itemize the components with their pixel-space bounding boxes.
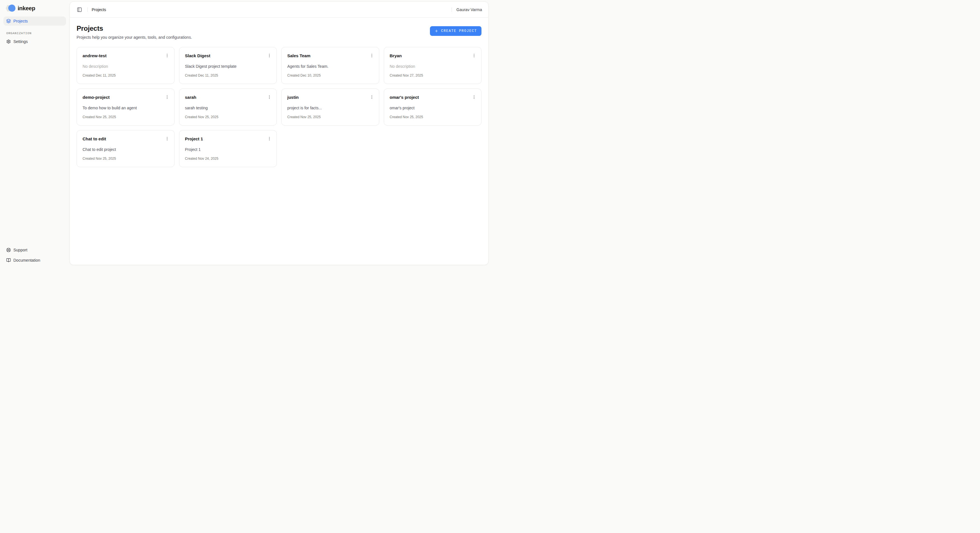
project-name: Bryan <box>390 53 402 59</box>
project-card-top: Project 1 <box>185 136 271 142</box>
project-name: Chat to edit <box>83 136 106 142</box>
project-description: Chat to edit project <box>83 147 169 152</box>
header-right: Gaurav Varma <box>447 6 483 13</box>
create-project-button[interactable]: CREATE PROJECT <box>430 26 482 36</box>
project-created-date: Created Nov 27, 2025 <box>390 73 476 78</box>
more-vertical-icon <box>165 53 169 58</box>
book-open-icon <box>6 258 11 263</box>
inkeep-logo[interactable]: inkeep <box>0 0 70 12</box>
project-menu-button[interactable] <box>368 94 375 100</box>
more-vertical-icon <box>165 95 169 99</box>
project-card-top: Bryan <box>390 53 476 59</box>
project-card[interactable]: andrew-test No description Created Dec 1… <box>76 47 175 84</box>
project-card[interactable]: Project 1 Project 1 Created Nov 24, 2025 <box>179 130 277 167</box>
project-card[interactable]: omar's project omar's project Created No… <box>384 89 482 126</box>
project-card[interactable]: Chat to edit Chat to edit project Create… <box>76 130 175 167</box>
project-description: Agents for Sales Team. <box>287 64 373 69</box>
sidebar-item-projects[interactable]: Projects <box>3 16 66 25</box>
project-card-top: Slack Digest <box>185 53 271 59</box>
project-created-date: Created Dec 11, 2025 <box>83 73 169 78</box>
more-vertical-icon <box>472 53 476 58</box>
breadcrumb: Projects <box>92 7 106 12</box>
inkeep-blob-icon <box>6 4 16 12</box>
more-vertical-icon <box>472 95 476 99</box>
project-description: sarah testing <box>185 105 271 110</box>
project-menu-button[interactable] <box>471 94 477 100</box>
more-vertical-icon <box>369 53 374 58</box>
plus-icon <box>434 29 439 33</box>
more-vertical-icon <box>369 95 374 99</box>
create-project-label: CREATE PROJECT <box>441 29 477 33</box>
sidebar-item-label: Settings <box>13 39 28 44</box>
project-description: omar's project <box>390 105 476 110</box>
sidebar-item-label: Projects <box>13 19 28 23</box>
project-name: justin <box>287 94 299 100</box>
project-name: Project 1 <box>185 136 203 142</box>
project-description: project is for facts... <box>287 105 373 110</box>
sidebar-item-documentation[interactable]: Documentation <box>3 256 66 265</box>
project-menu-button[interactable] <box>266 52 273 59</box>
project-card[interactable]: justin project is for facts... Created N… <box>281 89 379 126</box>
project-card-top: Chat to edit <box>83 136 169 142</box>
project-description: Project 1 <box>185 147 271 152</box>
project-card-top: omar's project <box>390 94 476 100</box>
page-head-text: Projects Projects help you organize your… <box>76 24 192 40</box>
project-name: andrew-test <box>83 53 107 59</box>
panel-left-icon <box>77 7 82 12</box>
project-card-top: andrew-test <box>83 53 169 59</box>
project-menu-button[interactable] <box>471 52 477 59</box>
more-vertical-icon <box>267 95 272 99</box>
page-subtitle: Projects help you organize your agents, … <box>76 35 192 40</box>
project-menu-button[interactable] <box>164 135 170 142</box>
header-divider <box>88 7 88 12</box>
gear-icon <box>6 39 11 44</box>
project-menu-button[interactable] <box>164 94 170 100</box>
life-buoy-icon <box>6 248 11 252</box>
main-panel: Projects Gaurav Varma Projects Projects … <box>70 2 488 265</box>
layers-icon <box>6 19 11 23</box>
more-vertical-icon <box>267 53 272 58</box>
project-menu-button[interactable] <box>164 52 170 59</box>
content: Projects Projects help you organize your… <box>70 18 488 265</box>
project-description: To demo how to build an agent <box>83 105 169 110</box>
project-menu-button[interactable] <box>266 94 273 100</box>
project-name: omar's project <box>390 94 419 100</box>
sidebar-nav: Projects <box>0 16 70 25</box>
project-card-top: demo-project <box>83 94 169 100</box>
project-card-top: sarah <box>185 94 271 100</box>
sidebar-section-organization: ORGANIZATION <box>0 32 70 35</box>
project-name: sarah <box>185 94 196 100</box>
project-created-date: Created Nov 24, 2025 <box>185 157 271 161</box>
project-card[interactable]: Sales Team Agents for Sales Team. Create… <box>281 47 379 84</box>
project-description: No description <box>390 64 476 69</box>
project-created-date: Created Nov 25, 2025 <box>390 115 476 119</box>
project-menu-button[interactable] <box>368 52 375 59</box>
project-card[interactable]: Bryan No description Created Nov 27, 202… <box>384 47 482 84</box>
project-menu-button[interactable] <box>266 135 273 142</box>
user-menu[interactable]: Gaurav Varma <box>456 6 483 13</box>
sidebar-item-settings[interactable]: Settings <box>3 37 66 46</box>
brand-wordmark: inkeep <box>18 5 35 12</box>
project-card[interactable]: sarah sarah testing Created Nov 25, 2025 <box>179 89 277 126</box>
project-card[interactable]: demo-project To demo how to build an age… <box>76 89 175 126</box>
more-vertical-icon <box>267 136 272 141</box>
panel-header: Projects Gaurav Varma <box>70 2 488 18</box>
page-head: Projects Projects help you organize your… <box>76 24 482 40</box>
project-created-date: Created Nov 25, 2025 <box>287 115 373 119</box>
more-vertical-icon <box>165 136 169 141</box>
sidebar-organization-nav: Settings <box>0 37 70 46</box>
sidebar: inkeep Projects ORGANIZATION Settings <box>0 0 70 266</box>
sidebar-footer: Support Documentation <box>0 245 70 266</box>
project-name: Slack Digest <box>185 53 210 59</box>
sidebar-toggle-button[interactable] <box>75 6 83 14</box>
project-description: No description <box>83 64 169 69</box>
project-card-top: Sales Team <box>287 53 373 59</box>
project-created-date: Created Nov 25, 2025 <box>185 115 271 119</box>
page-title: Projects <box>76 24 192 32</box>
sidebar-item-support[interactable]: Support <box>3 245 66 255</box>
project-created-date: Created Nov 25, 2025 <box>83 157 169 161</box>
project-name: Sales Team <box>287 53 310 59</box>
project-card[interactable]: Slack Digest Slack Digest project templa… <box>179 47 277 84</box>
project-created-date: Created Nov 25, 2025 <box>83 115 169 119</box>
sidebar-item-label: Documentation <box>13 258 40 263</box>
